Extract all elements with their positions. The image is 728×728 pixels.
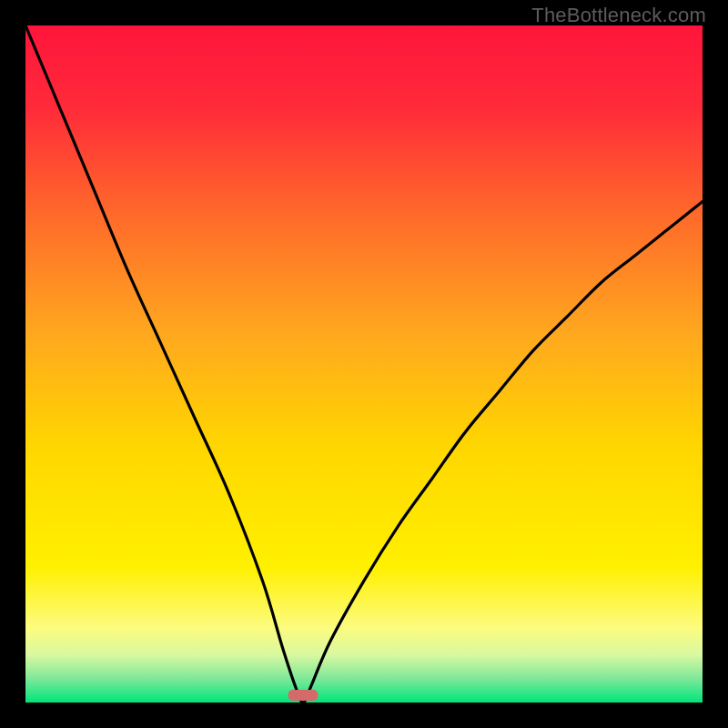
chart-frame	[25, 25, 703, 703]
gradient-background	[25, 25, 703, 703]
watermark-text: TheBottleneck.com	[531, 4, 706, 27]
bottleneck-chart	[25, 25, 703, 703]
optimum-marker	[288, 690, 318, 701]
